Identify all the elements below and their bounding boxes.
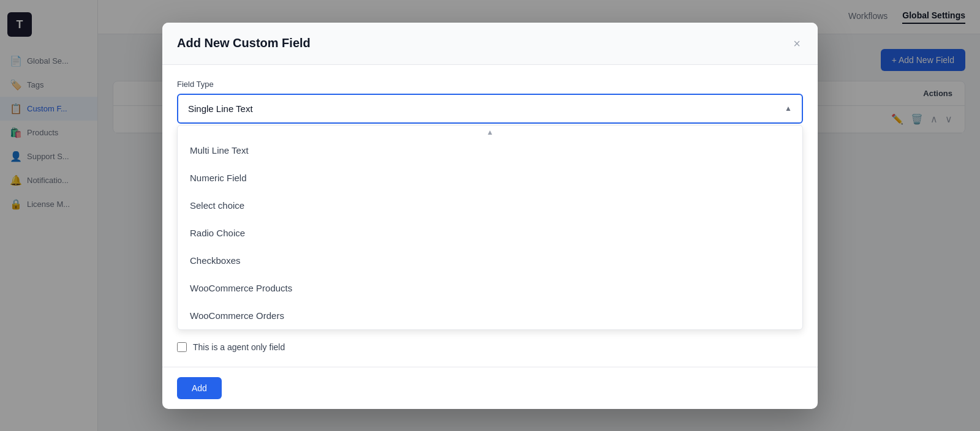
modal: Add New Custom Field × Field Type Single…	[162, 23, 818, 409]
dropdown-menu: ▲ Multi Line Text Numeric Field Select c…	[177, 125, 803, 330]
modal-body: Field Type Single Line Text ▲ ▲ Multi Li…	[162, 65, 818, 367]
dropdown-item-woocommerce-orders[interactable]: WooCommerce Orders	[178, 302, 802, 329]
dropdown-caret: ▲	[178, 126, 802, 137]
modal-footer: Add	[162, 367, 818, 409]
add-button[interactable]: Add	[177, 377, 222, 399]
agent-only-label: This is a agent only field	[193, 342, 285, 352]
field-type-select-container: Single Line Text ▲ ▲ Multi Line Text Num…	[177, 94, 803, 330]
modal-title: Add New Custom Field	[177, 36, 311, 50]
dropdown-item-select-choice[interactable]: Select choice	[178, 192, 802, 219]
modal-close-button[interactable]: ×	[791, 35, 803, 52]
dropdown-item-multi-line-text[interactable]: Multi Line Text	[178, 137, 802, 164]
selected-value: Single Line Text	[188, 103, 253, 114]
chevron-up-icon: ▲	[785, 104, 792, 113]
modal-header: Add New Custom Field ×	[162, 23, 818, 65]
modal-overlay[interactable]: Add New Custom Field × Field Type Single…	[0, 0, 980, 431]
agent-only-checkbox[interactable]	[177, 342, 187, 352]
field-type-label: Field Type	[177, 80, 803, 89]
dropdown-item-checkboxes[interactable]: Checkboxes	[178, 247, 802, 274]
dropdown-item-radio-choice[interactable]: Radio Choice	[178, 219, 802, 247]
agent-only-row: This is a agent only field	[177, 342, 803, 352]
dropdown-item-numeric-field[interactable]: Numeric Field	[178, 164, 802, 192]
dropdown-item-woocommerce-products[interactable]: WooCommerce Products	[178, 274, 802, 302]
field-type-select-trigger[interactable]: Single Line Text ▲	[177, 94, 803, 124]
